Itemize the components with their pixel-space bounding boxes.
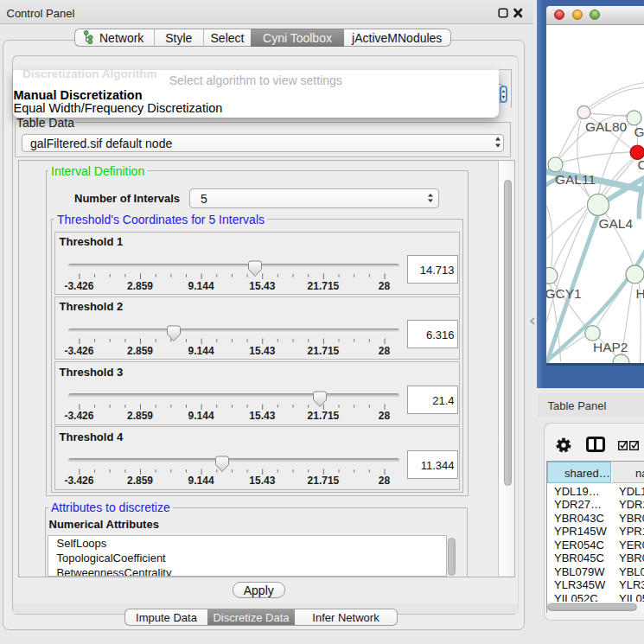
svg-text:GAL80: GAL80 xyxy=(585,118,627,133)
svg-text:HAP2: HAP2 xyxy=(593,340,628,354)
svg-text:H: H xyxy=(635,285,644,300)
svg-text:GCY1: GCY1 xyxy=(546,285,582,300)
svg-text:GAL4: GAL4 xyxy=(598,215,633,230)
svg-text:GAL11: GAL11 xyxy=(555,171,596,186)
svg-text:C: C xyxy=(637,157,644,172)
svg-text:GA: GA xyxy=(634,124,644,138)
